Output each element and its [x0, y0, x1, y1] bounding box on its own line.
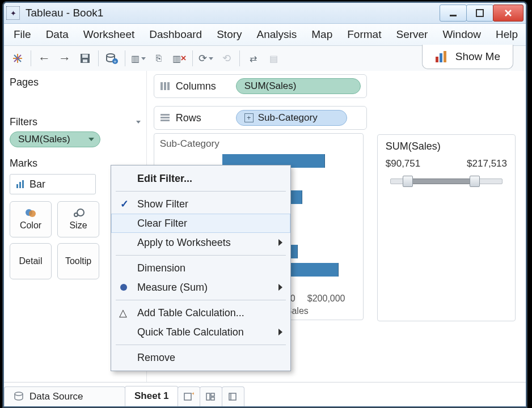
menu-dimension[interactable]: Dimension	[111, 258, 290, 278]
new-dashboard-tab[interactable]	[200, 386, 222, 406]
radio-selected-icon	[120, 284, 127, 291]
rows-icon	[160, 113, 170, 122]
menu-add-table-calc[interactable]: △ Add Table Calculation...	[111, 303, 290, 322]
menu-measure[interactable]: Measure (Sum)	[111, 278, 290, 297]
swap-button[interactable]: ⇄	[244, 49, 262, 67]
filter-card-sum-sales[interactable]: SUM(Sales) $90,751 $217,513	[377, 134, 516, 321]
menu-analysis[interactable]: Analysis	[253, 27, 301, 42]
toolbar: ← → + ▥ ⎘ ▥× ⟳ ⟲ ⇄ ▤ Show Me	[4, 46, 526, 71]
worksheet-icon: ▥	[172, 53, 181, 64]
pages-shelf[interactable]: Pages	[10, 76, 141, 100]
tab-data-source-label: Data Source	[29, 391, 83, 402]
menu-clear-filter-label: Clear Filter	[137, 218, 187, 230]
datasource-icon: +	[105, 53, 118, 64]
menu-file[interactable]: File	[10, 27, 35, 42]
rows-pill-subcategory[interactable]: + Sub-Category	[236, 110, 347, 126]
menu-separator	[116, 300, 286, 300]
menu-help[interactable]: Help	[492, 27, 522, 42]
svg-point-19	[29, 210, 36, 217]
new-dashboard-icon	[206, 392, 216, 401]
menu-map[interactable]: Map	[307, 27, 336, 42]
menu-clear-filter[interactable]: Clear Filter	[111, 214, 290, 233]
application-window: ✦ Tableau - Book1 File Data Worksheet Da…	[3, 2, 526, 407]
menu-worksheet[interactable]: Worksheet	[79, 27, 138, 42]
menu-data[interactable]: Data	[42, 27, 73, 42]
mark-detail-card[interactable]: Detail	[10, 243, 52, 279]
toolbar-separator	[125, 50, 125, 66]
auto-update-button[interactable]: ⟳	[197, 49, 215, 67]
menu-dashboard[interactable]: Dashboard	[145, 27, 206, 42]
mark-type-select[interactable]: Bar	[10, 174, 96, 194]
svg-rect-16	[19, 182, 21, 188]
menu-show-filter[interactable]: ✓ Show Filter	[111, 194, 290, 214]
worksheet-add-icon: ▥	[131, 53, 140, 64]
filter-pill-sum-sales[interactable]: SUM(Sales)	[10, 131, 100, 147]
svg-rect-0	[450, 15, 457, 16]
range-slider[interactable]	[386, 174, 507, 188]
tableau-logo-icon[interactable]	[9, 49, 27, 67]
menu-story[interactable]: Story	[213, 27, 246, 42]
svg-rect-27	[161, 120, 170, 121]
menu-remove[interactable]: Remove	[111, 348, 290, 367]
new-story-tab[interactable]	[222, 386, 244, 406]
clear-sheet-button[interactable]: ▥×	[170, 49, 188, 67]
menu-window[interactable]: Window	[438, 27, 485, 42]
mark-size-card[interactable]: Size	[57, 201, 99, 237]
menu-quick-table-calc[interactable]: Quick Table Calculation	[111, 322, 290, 342]
run-update-button[interactable]: ⟲	[217, 49, 235, 67]
maximize-icon	[476, 9, 484, 17]
window-title: Tableau - Book1	[26, 7, 440, 19]
back-button[interactable]: ←	[35, 49, 53, 67]
dropdown-caret-icon	[209, 57, 213, 60]
new-data-source-button[interactable]: +	[103, 49, 121, 67]
show-me-button[interactable]: Show Me	[422, 45, 513, 69]
columns-pill-sum-sales[interactable]: SUM(Sales)	[236, 78, 361, 94]
swap-icon: ⇄	[250, 53, 257, 64]
maximize-button[interactable]	[466, 5, 493, 22]
mark-tooltip-card[interactable]: Tooltip	[57, 243, 99, 279]
filter-max-value: $217,513	[467, 158, 507, 169]
sort-asc-button[interactable]: ▤	[264, 49, 282, 67]
save-button[interactable]	[76, 49, 94, 67]
svg-rect-29	[184, 393, 191, 400]
menu-add-table-calc-label: Add Table Calculation...	[137, 307, 244, 319]
new-worksheet-tab[interactable]: +	[178, 386, 200, 406]
svg-rect-13	[440, 53, 442, 62]
tableau-app-icon: ✦	[6, 6, 20, 20]
svg-rect-12	[436, 57, 438, 62]
tab-sheet-1[interactable]: Sheet 1	[125, 386, 178, 407]
duplicate-sheet-button[interactable]: ⎘	[150, 49, 168, 67]
submenu-arrow-icon	[278, 239, 282, 246]
menu-server[interactable]: Server	[392, 27, 432, 42]
menu-dimension-label: Dimension	[137, 262, 185, 274]
new-worksheet-button[interactable]: ▥	[129, 49, 147, 67]
viz-field-header: Sub-Category	[160, 138, 357, 150]
forward-button[interactable]: →	[56, 49, 74, 67]
svg-text:+: +	[113, 59, 116, 64]
menu-quick-table-calc-label: Quick Table Calculation	[137, 326, 244, 338]
slider-thumb-min[interactable]	[403, 176, 413, 187]
columns-shelf[interactable]: Columns SUM(Sales)	[154, 74, 367, 98]
menu-format[interactable]: Format	[343, 27, 385, 42]
filters-shelf[interactable]: Filters SUM(Sales)	[10, 116, 141, 147]
menu-apply-to-worksheets[interactable]: Apply to Worksheets	[111, 233, 290, 252]
arrow-right-icon: →	[58, 51, 71, 66]
toolbar-separator	[31, 50, 31, 66]
datasource-icon	[14, 392, 24, 402]
menubar: File Data Worksheet Dashboard Story Anal…	[4, 24, 526, 46]
close-button[interactable]	[493, 5, 523, 22]
mark-color-card[interactable]: Color	[10, 201, 52, 237]
mark-color-label: Color	[20, 220, 41, 231]
show-me-bars-icon	[435, 51, 449, 62]
tab-data-source[interactable]: Data Source	[4, 386, 125, 406]
rows-pill-label: Sub-Category	[258, 112, 318, 124]
menu-edit-filter[interactable]: Edit Filter...	[111, 169, 290, 188]
slider-thumb-max[interactable]	[470, 176, 480, 187]
menu-apply-label: Apply to Worksheets	[137, 237, 231, 249]
minimize-button[interactable]	[440, 5, 467, 22]
rows-shelf[interactable]: Rows + Sub-Category	[154, 106, 367, 130]
rows-label: Rows	[176, 112, 201, 124]
pill-dropdown-icon	[88, 138, 94, 141]
run-icon: ⟲	[222, 52, 231, 65]
bar-chart-icon	[16, 180, 25, 189]
